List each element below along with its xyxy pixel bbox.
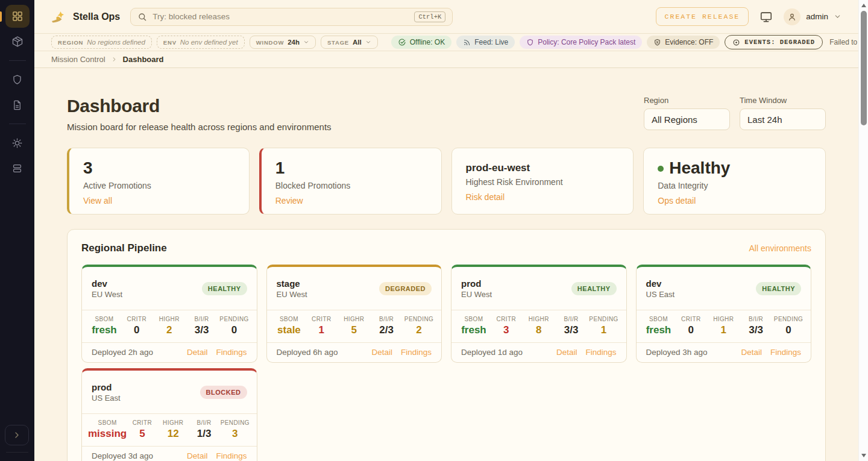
sidebar <box>0 0 34 461</box>
sidebar-item-releases[interactable] <box>5 30 30 53</box>
deployed-time: Deployed 3d ago <box>92 451 153 460</box>
metric-pending: PENDING2 <box>403 316 435 336</box>
highest-risk-value: prod-eu-west <box>466 158 620 174</box>
detail-link[interactable]: Detail <box>187 348 208 357</box>
page-heading-block: Dashboard Mission board for release heal… <box>67 96 332 132</box>
stage-chip-label: STAGE <box>327 39 349 46</box>
chevron-down-icon <box>365 39 371 45</box>
target-icon <box>732 39 740 46</box>
sidebar-item-documents[interactable] <box>5 93 30 116</box>
pipeline-card-header: prod US East BLOCKED <box>82 371 257 414</box>
findings-link[interactable]: Findings <box>770 348 801 357</box>
window-filter-dropdown[interactable]: WINDOW 24h <box>250 36 316 49</box>
blocked-promotions-value: 1 <box>275 158 427 178</box>
stage-filter-dropdown[interactable]: STAGE All <box>321 36 378 49</box>
risk-detail-link[interactable]: Risk detail <box>466 192 505 202</box>
active-nav-indicator <box>0 11 2 22</box>
detail-link[interactable]: Detail <box>741 348 762 357</box>
scroll-down-arrow-icon[interactable] <box>861 454 866 457</box>
window-chip-label: WINDOW <box>256 39 284 46</box>
detail-link[interactable]: Detail <box>187 451 208 460</box>
environment-block: stage EU West <box>277 278 307 299</box>
sidebar-item-settings[interactable] <box>5 131 30 154</box>
findings-link[interactable]: Findings <box>401 348 432 357</box>
metric-critr: CRITR1 <box>305 316 338 336</box>
review-link[interactable]: Review <box>275 196 303 205</box>
page-filters: Region All Regions Time Window Last 24h <box>644 96 826 130</box>
detail-link[interactable]: Detail <box>556 348 577 357</box>
region-filter-chip[interactable]: REGION No regions defined <box>51 36 152 49</box>
pipeline-card-footer: Deployed 6h ago DetailFindings <box>267 343 442 362</box>
create-release-button[interactable]: CREATE RELEASE <box>656 7 749 26</box>
pipeline-card-header: prod EU West HEALTHY <box>451 267 626 310</box>
breadcrumb: Mission Control Dashboard <box>34 51 858 68</box>
environment-name: prod <box>461 278 492 289</box>
evidence-status-label: Evidence: OFF <box>665 38 713 46</box>
data-integrity-value-row: Healthy <box>658 158 811 178</box>
findings-link[interactable]: Findings <box>216 451 247 460</box>
scroll-up-arrow-icon[interactable] <box>861 4 866 7</box>
user-name: admin <box>806 12 828 21</box>
pipeline-card-prod-eu-west: prod EU West HEALTHY SBOMfresh CRITR3 HI… <box>451 265 627 363</box>
search-input[interactable] <box>153 12 409 21</box>
metrics-row: SBOMfresh CRITR3 HIGHR8 B/I/R3/3 PENDING… <box>451 310 626 343</box>
status-badge: DEGRADED <box>379 282 432 295</box>
all-environments-link[interactable]: All environments <box>749 243 812 253</box>
findings-link[interactable]: Findings <box>585 348 616 357</box>
stage-chip-value: All <box>353 39 362 46</box>
environment-region: US East <box>646 290 675 299</box>
server-stack-icon <box>11 163 23 174</box>
scrollbar-thumb[interactable] <box>861 11 867 125</box>
metric-sbom: SBOMfresh <box>458 316 490 336</box>
metric-bir: B/I/R1/3 <box>189 419 219 440</box>
sidebar-item-dashboard[interactable] <box>5 5 30 28</box>
view-all-link[interactable]: View all <box>83 196 112 205</box>
status-badge: HEALTHY <box>756 282 801 295</box>
breadcrumb-parent[interactable]: Mission Control <box>51 55 105 64</box>
sidebar-divider <box>9 124 26 124</box>
data-integrity-label: Data Integrity <box>658 181 811 190</box>
pipeline-card-stage-eu-west: stage EU West DEGRADED SBOMstale CRITR1 … <box>266 265 442 363</box>
status-badge: HEALTHY <box>571 282 617 295</box>
sidebar-item-infrastructure[interactable] <box>5 157 30 180</box>
findings-link[interactable]: Findings <box>216 348 247 357</box>
metric-bir: B/I/R3/3 <box>186 316 218 336</box>
ops-detail-link[interactable]: Ops detail <box>658 196 696 205</box>
metric-bir: B/I/R3/3 <box>555 316 588 336</box>
time-window-select[interactable]: Last 24h <box>740 108 826 130</box>
comet-logo-icon <box>51 10 67 24</box>
sidebar-item-security[interactable] <box>5 68 30 91</box>
environment-region: EU West <box>92 290 122 299</box>
top-bar: Stella Ops Ctrl+K CREATE RELEASE admin <box>34 0 858 34</box>
user-menu[interactable]: admin <box>784 8 841 25</box>
metric-critr: CRITR5 <box>127 419 157 440</box>
policy-status-chip[interactable]: Policy: Core Policy Pack latest <box>520 36 642 49</box>
environment-block: prod US East <box>92 382 121 403</box>
highest-risk-card: prod-eu-west Highest Risk Environment Ri… <box>451 148 634 215</box>
region-chip-label: REGION <box>58 39 83 46</box>
metrics-row: SBOMmissing CRITR5 HIGHR12 B/I/R1/3 PEND… <box>82 414 257 447</box>
monitor-icon[interactable] <box>760 10 773 24</box>
env-chip-label: ENV <box>163 39 177 46</box>
environment-name: dev <box>646 278 675 289</box>
region-select[interactable]: All Regions <box>644 108 730 130</box>
vertical-scrollbar[interactable] <box>858 0 868 461</box>
shield-x-icon <box>653 39 661 46</box>
feed-status-chip[interactable]: Feed: Live <box>456 36 515 49</box>
evidence-status-chip[interactable]: Evidence: OFF <box>647 36 720 49</box>
page-content: Dashboard Mission board for release heal… <box>34 68 858 461</box>
detail-link[interactable]: Detail <box>371 348 392 357</box>
global-search[interactable]: Ctrl+K <box>130 8 453 26</box>
time-window-select-group: Time Window Last 24h <box>740 96 826 130</box>
package-icon <box>11 36 24 48</box>
metric-sbom: SBOMmissing <box>88 419 127 440</box>
offline-status-chip[interactable]: Offline: OK <box>391 36 451 49</box>
sidebar-expand-button[interactable] <box>5 425 29 445</box>
metric-sbom: SBOMfresh <box>643 316 675 336</box>
events-status-pill[interactable]: EVENTS: DEGRADED <box>725 35 823 49</box>
env-filter-chip[interactable]: ENV No env defined yet <box>157 36 245 49</box>
shield-icon <box>526 39 534 46</box>
pipeline-card-dev-us-east: dev US East HEALTHY SBOMfresh CRITR0 HIG… <box>636 265 812 363</box>
metric-bir: B/I/R2/3 <box>370 316 403 336</box>
pipeline-card-footer: Deployed 3h ago DetailFindings <box>637 343 811 362</box>
